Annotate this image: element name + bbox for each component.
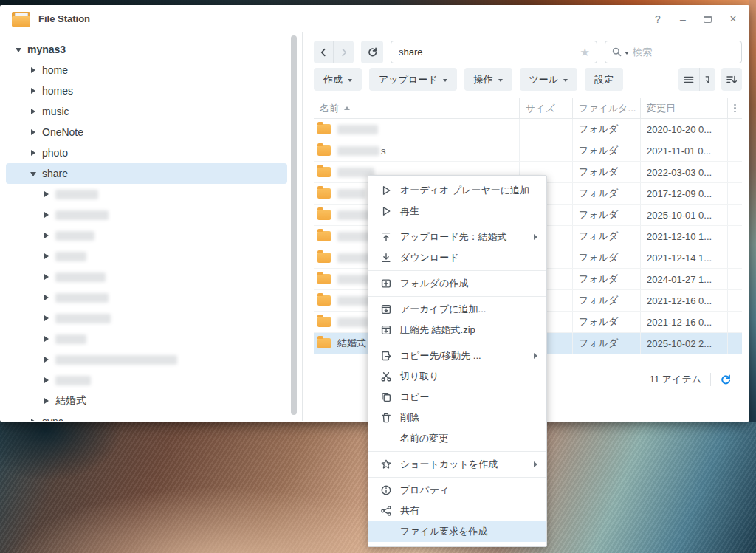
close-button[interactable]: × <box>729 13 738 25</box>
sidebar-item-redacted[interactable] <box>6 205 287 225</box>
forward-button[interactable] <box>334 41 354 63</box>
search-options-caret-icon[interactable] <box>625 52 629 55</box>
sidebar-item-sync[interactable]: sync <box>6 411 287 421</box>
column-header-filetype[interactable]: ファイルタ... <box>572 98 640 118</box>
folder-plus-icon <box>379 278 392 290</box>
sidebar-item-label: home <box>42 64 68 76</box>
sidebar-item-OneNote[interactable]: OneNote <box>6 122 287 142</box>
menu-item-14[interactable]: コピー <box>368 387 546 408</box>
sidebar-item-home[interactable]: home <box>6 60 287 80</box>
column-options-button[interactable] <box>727 98 742 118</box>
sidebar-item-redacted[interactable] <box>6 184 287 205</box>
sidebar-item-結婚式[interactable]: 結婚式 <box>6 391 287 411</box>
menu-item-1[interactable]: オーディオ プレーヤーに追加 <box>368 180 546 201</box>
sidebar-item-redacted[interactable] <box>6 370 287 391</box>
toolbar-button-1[interactable]: 作成 <box>314 68 362 91</box>
menu-item-9[interactable]: アーカイブに追加... <box>368 299 546 320</box>
sidebar-item-redacted[interactable] <box>6 308 287 329</box>
menu-item-21[interactable]: 共有 <box>368 501 546 521</box>
titlebar[interactable]: File Station ?–× <box>0 5 749 32</box>
sidebar-item-label: share <box>42 168 68 179</box>
cell-modified-date: 2021-12-14 1... <box>640 247 727 268</box>
caret-right-icon[interactable] <box>30 109 37 114</box>
path-input[interactable]: share ★ <box>391 41 597 63</box>
menu-item-label: 名前の変更 <box>400 432 448 445</box>
toolbar-button-5[interactable]: 設定 <box>585 68 623 91</box>
menu-item-20[interactable]: プロパティ <box>368 480 546 501</box>
help-button[interactable]: ? <box>653 14 662 24</box>
menu-item-4[interactable]: アップロード先：結婚式 <box>368 227 546 247</box>
sidebar-item-redacted[interactable] <box>6 267 287 287</box>
folder-icon <box>317 274 331 284</box>
caret-right-icon[interactable] <box>43 398 50 404</box>
caret-right-icon[interactable] <box>43 315 50 321</box>
sidebar-item-redacted[interactable] <box>6 349 287 370</box>
favorite-star-icon[interactable]: ★ <box>580 46 590 59</box>
caret-down-icon[interactable] <box>30 171 37 176</box>
sidebar-scrollbar[interactable] <box>291 35 297 415</box>
sidebar-item-redacted[interactable] <box>6 329 287 349</box>
menu-item-15[interactable]: 削除 <box>368 408 546 428</box>
menu-item-22[interactable]: ファイル要求を作成 <box>368 521 546 542</box>
sidebar-item-homes[interactable]: homes <box>6 80 287 101</box>
redacted-folder-name <box>55 231 94 241</box>
menu-item-7[interactable]: フォルダの作成 <box>368 273 546 294</box>
back-button[interactable] <box>314 41 334 63</box>
caret-right-icon[interactable] <box>30 88 37 94</box>
caret-right-icon[interactable] <box>43 377 50 383</box>
minimize-button[interactable]: – <box>678 14 687 24</box>
caret-down-icon[interactable] <box>15 47 22 52</box>
menu-item-16[interactable]: 名前の変更 <box>368 428 546 449</box>
menu-item-13[interactable]: 切り取り <box>368 366 546 387</box>
caret-right-icon[interactable] <box>30 150 37 156</box>
sidebar-item-redacted[interactable] <box>6 225 287 246</box>
sidebar-item-photo[interactable]: photo <box>6 142 287 163</box>
menu-item-12[interactable]: コピー先/移動先 ... <box>368 346 546 366</box>
table-row[interactable]: sフォルダ2021-11-01 0... <box>314 140 742 162</box>
sidebar-item-music[interactable]: music <box>6 101 287 122</box>
sidebar-item-mynas3[interactable]: mynas3 <box>6 39 287 60</box>
column-header-size[interactable]: サイズ <box>519 98 572 118</box>
caret-right-icon[interactable] <box>43 191 50 197</box>
menu-item-label: オーディオ プレーヤーに追加 <box>400 184 529 197</box>
redacted-folder-name <box>55 210 109 220</box>
folder-icon <box>317 188 331 199</box>
toolbar-button-label: 作成 <box>323 73 343 86</box>
list-refresh-button[interactable] <box>720 374 732 385</box>
chevron-right-icon <box>339 47 349 58</box>
menu-item-10[interactable]: 圧縮先 結婚式.zip <box>368 320 546 340</box>
sidebar-item-redacted[interactable] <box>6 287 287 308</box>
column-header-modified[interactable]: 変更日 <box>640 98 727 118</box>
caret-right-icon[interactable] <box>43 253 50 259</box>
maximize-button[interactable] <box>704 16 712 23</box>
caret-right-icon[interactable] <box>43 212 50 218</box>
toolbar-button-4[interactable]: ツール <box>520 68 578 91</box>
toolbar-button-3[interactable]: 操作 <box>464 68 512 91</box>
menu-item-18[interactable]: ショートカットを作成 <box>368 454 546 475</box>
view-mode-dropdown-button[interactable] <box>700 68 715 91</box>
menu-item-2[interactable]: 再生 <box>368 201 546 221</box>
menu-item-5[interactable]: ダウンロード <box>368 247 546 268</box>
cell-filetype: フォルダ <box>572 119 640 140</box>
caret-right-icon[interactable] <box>30 129 37 135</box>
caret-right-icon[interactable] <box>30 419 37 421</box>
caret-right-icon[interactable] <box>43 233 50 238</box>
sidebar-item-label: mynas3 <box>27 44 66 55</box>
caret-right-icon[interactable] <box>43 274 50 280</box>
table-row[interactable]: フォルダ2020-10-20 0... <box>314 119 742 140</box>
sidebar-item-share[interactable]: share <box>6 163 287 184</box>
sidebar-item-redacted[interactable] <box>6 246 287 267</box>
list-view-button[interactable] <box>678 68 700 91</box>
sort-button[interactable] <box>721 68 742 91</box>
menu-item-label: 削除 <box>400 411 419 425</box>
caret-right-icon[interactable] <box>30 67 37 73</box>
caret-right-icon[interactable] <box>43 357 50 363</box>
column-header-name[interactable]: 名前 <box>314 98 519 118</box>
search-input[interactable]: 検索 <box>605 41 742 63</box>
caret-right-icon[interactable] <box>43 336 50 342</box>
redacted-file-name <box>337 253 371 263</box>
redacted-file-name <box>337 125 378 134</box>
caret-right-icon[interactable] <box>43 295 50 300</box>
toolbar-button-2[interactable]: アップロード <box>369 68 457 91</box>
refresh-button[interactable] <box>361 41 383 63</box>
